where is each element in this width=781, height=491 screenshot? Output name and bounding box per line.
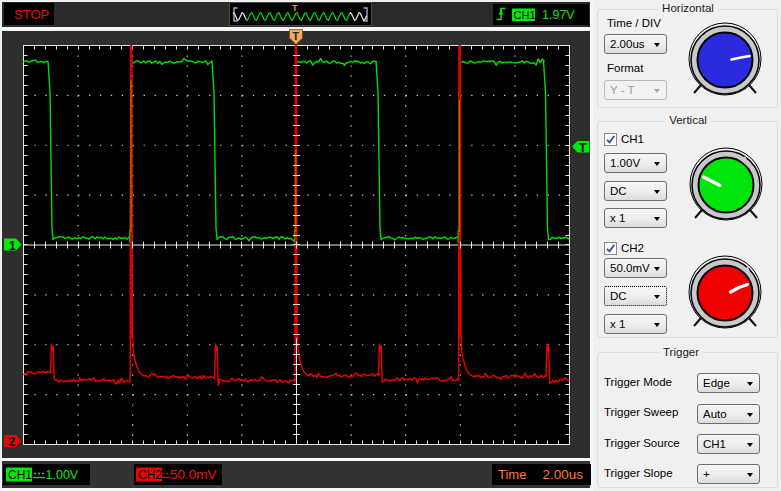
svg-text:1.97V: 1.97V [542, 8, 575, 22]
svg-text:50.0mV: 50.0mV [170, 467, 217, 482]
svg-text:1.00V: 1.00V [46, 468, 79, 482]
svg-text:CH1: CH1 [514, 9, 536, 21]
svg-text:CH1: CH1 [8, 468, 32, 482]
svg-text:CH2: CH2 [138, 468, 162, 482]
